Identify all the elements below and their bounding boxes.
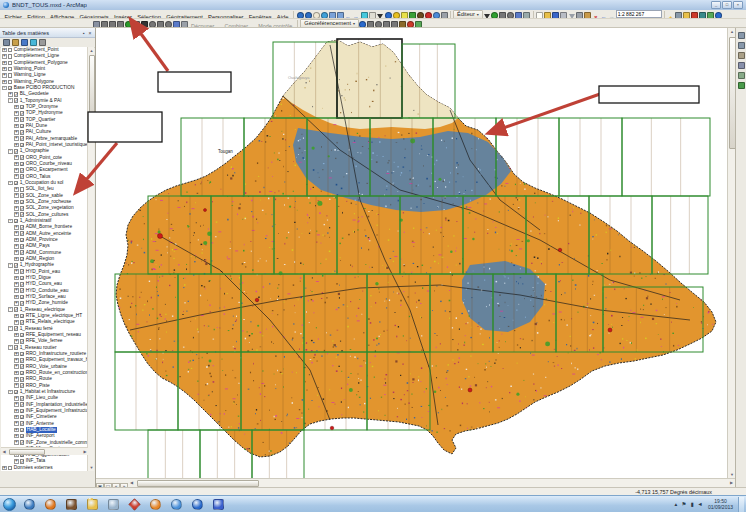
layer-label[interactable]: ADM_Region — [26, 256, 55, 262]
link-table-button[interactable] — [399, 21, 407, 29]
toc-options-button[interactable] — [38, 39, 46, 47]
expander-icon[interactable]: + — [14, 231, 19, 236]
reset-transformation-button[interactable] — [407, 21, 415, 29]
title-bar[interactable]: BNDT_TOUS.mxd - ArcMap _ □ × — [0, 0, 746, 10]
layer-visibility-checkbox[interactable]: ✓ — [20, 320, 25, 325]
expander-icon[interactable]: + — [14, 269, 19, 274]
expander-icon[interactable]: + — [14, 421, 19, 426]
layer-label[interactable]: BL_Geodesie — [20, 91, 49, 97]
layer-label[interactable]: 1_Reseau_electrique — [20, 307, 65, 313]
layer-visibility-checkbox[interactable]: ✓ — [20, 117, 25, 122]
layer-visibility-checkbox[interactable] — [20, 187, 25, 192]
arcgis-red-icon[interactable] — [125, 497, 144, 512]
expander-icon[interactable]: + — [14, 295, 19, 300]
clear-selection-tool[interactable] — [368, 12, 376, 20]
layer-label[interactable]: HAB_Localite — [26, 427, 57, 433]
layer-visibility-checkbox[interactable]: ✓ — [20, 364, 25, 369]
expander-icon[interactable]: + — [14, 212, 19, 217]
layer-label[interactable]: Warning_Point — [14, 66, 45, 72]
layer-visibility-checkbox[interactable]: ✓ — [20, 428, 25, 433]
print-button[interactable] — [560, 12, 568, 20]
layer-label[interactable]: HYD_Cours_eau — [26, 281, 62, 287]
expander-icon[interactable]: + — [14, 250, 19, 255]
topology-edit-tool[interactable] — [92, 21, 100, 29]
layer-label[interactable]: Données externes — [14, 465, 53, 471]
layer-visibility-checkbox[interactable]: ✓ — [20, 288, 25, 293]
expander-icon[interactable]: + — [14, 200, 19, 205]
layer-visibility-checkbox[interactable]: ✓ — [20, 124, 25, 129]
expander-icon[interactable]: + — [14, 124, 19, 129]
layer-visibility-checkbox[interactable]: ✓ — [20, 339, 25, 344]
expander-icon[interactable]: + — [14, 238, 19, 243]
expander-icon[interactable]: + — [8, 92, 13, 97]
new-document-button[interactable] — [536, 12, 544, 20]
search-window-button[interactable] — [715, 12, 723, 20]
layer-visibility-checkbox[interactable]: ✓ — [20, 383, 25, 388]
catalog-button[interactable] — [683, 12, 691, 20]
expander-icon[interactable]: - — [8, 263, 13, 268]
dock-zoom-out-button[interactable] — [737, 41, 745, 49]
layer-visibility-checkbox[interactable] — [8, 67, 13, 72]
layer-visibility-checkbox[interactable]: ✓ — [20, 371, 25, 376]
layer-visibility-checkbox[interactable]: ✓ — [14, 98, 19, 103]
layer-label[interactable]: INF_Aeroport — [26, 433, 55, 439]
layer-visibility-checkbox[interactable]: ✓ — [20, 136, 25, 141]
full-extent-tool[interactable] — [320, 12, 328, 20]
layer-visibility-checkbox[interactable]: ✓ — [20, 200, 25, 205]
layer-label[interactable]: SOL_Ilot_feu — [26, 186, 54, 192]
expander-icon[interactable]: + — [14, 162, 19, 167]
layer-label[interactable]: TOP_Hydronyme — [26, 110, 63, 116]
list-by-selection-button[interactable] — [29, 39, 37, 47]
maximize-button[interactable]: □ — [722, 1, 732, 9]
layer-label[interactable]: ORO_Escarpement — [26, 167, 68, 173]
sketch-tool[interactable] — [491, 12, 499, 20]
fixed-zoom-out-tool[interactable] — [336, 12, 344, 20]
layer-label[interactable]: Warning_Ligne — [14, 72, 46, 78]
expander-icon[interactable]: - — [2, 86, 7, 91]
expander-icon[interactable]: - — [8, 219, 13, 224]
layer-visibility-checkbox[interactable]: ✓ — [20, 225, 25, 230]
expander-icon[interactable]: - — [8, 390, 13, 395]
layer-visibility-checkbox[interactable]: ✓ — [14, 263, 19, 268]
list-by-visibility-button[interactable] — [20, 39, 28, 47]
layer-visibility-checkbox[interactable]: ✓ — [20, 238, 25, 243]
expander-icon[interactable]: + — [14, 377, 19, 382]
layer-visibility-checkbox[interactable]: ✓ — [20, 250, 25, 255]
layer-label[interactable]: 1_Reseau routier — [20, 345, 57, 351]
list-by-source-button[interactable] — [11, 39, 19, 47]
layer-label[interactable]: Base PCIBO PRODUCTION — [14, 85, 75, 91]
blue-app-icon[interactable] — [209, 497, 228, 512]
rotate-tool[interactable] — [507, 12, 515, 20]
layer-visibility-checkbox[interactable] — [8, 466, 13, 471]
layer-label[interactable]: RTE_Relais_electrique — [26, 319, 75, 325]
layer-visibility-checkbox[interactable]: ✓ — [20, 415, 25, 420]
expander-icon[interactable]: + — [14, 155, 19, 160]
expander-icon[interactable]: - — [8, 98, 13, 103]
layer-visibility-checkbox[interactable]: ✓ — [14, 345, 19, 350]
layer-label[interactable]: RFE_Voie_ferree — [26, 338, 63, 344]
layer-label[interactable]: RRO_Equipement_travaux_hydro — [26, 357, 88, 363]
time-slider-tool[interactable] — [432, 12, 440, 20]
layer-label[interactable]: INF_Implantation_industrielle_commer — [26, 402, 88, 408]
layer-visibility-checkbox[interactable]: ✓ — [20, 231, 25, 236]
volume-icon[interactable]: ◄ — [697, 501, 703, 507]
expander-icon[interactable]: + — [14, 111, 19, 116]
go-to-xy-tool[interactable] — [424, 12, 432, 20]
layer-visibility-checkbox[interactable]: ✓ — [20, 130, 25, 135]
layer-visibility-checkbox[interactable]: ✓ — [20, 421, 25, 426]
layer-visibility-checkbox[interactable]: ✓ — [20, 434, 25, 439]
scroll-left-arrow[interactable]: ◀ — [1, 448, 7, 455]
auto-adjust-button[interactable] — [415, 21, 423, 29]
layer-label[interactable]: RRO_Infrastructure_routiere — [26, 351, 87, 357]
layer-label[interactable]: PAI_Point_interet_touristique — [26, 142, 88, 148]
layer-visibility-checkbox[interactable]: ✓ — [20, 396, 25, 401]
expander-icon[interactable]: + — [14, 174, 19, 179]
expander-icon[interactable]: + — [14, 364, 19, 369]
layer-label[interactable]: 1_Toponymie & PAI — [20, 98, 62, 104]
layer-visibility-checkbox[interactable]: ✓ — [20, 162, 25, 167]
layer-visibility-checkbox[interactable]: ✓ — [14, 307, 19, 312]
network-icon[interactable]: ▮ — [689, 501, 695, 507]
layer-visibility-checkbox[interactable]: ✓ — [20, 155, 25, 160]
expander-icon[interactable]: + — [14, 358, 19, 363]
layer-label[interactable]: INF_Zone_industrielle_commerciale — [26, 440, 88, 446]
